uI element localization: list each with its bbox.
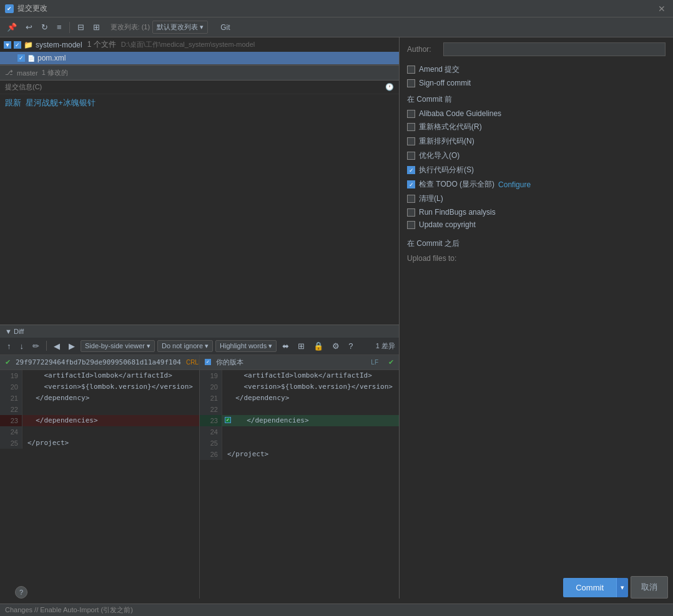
diff-edit-button[interactable]: ✏ [29,340,42,353]
after-commit-title: 在 Commit 之后 [407,238,666,249]
cleanup-checkbox[interactable] [407,195,415,203]
status-text: Changes // Enable Auto-Import (引发之前) [5,605,133,615]
diff-left-pane: ✔ 29f977229464fbd7b29de909950681d11a49f1… [0,355,199,599]
line-num: 19 [0,370,22,381]
check-alibaba: Alibaba Code Guidelines [407,109,666,118]
xml-file-icon: 📄 [27,55,35,62]
check-analyze: 执行代码分析(S) [407,165,666,175]
viewer-dropdown[interactable]: Side-by-side viewer ▾ [81,340,155,352]
line-num: 23 [200,415,222,426]
before-commit-title: 在 Commit 前 [407,94,666,105]
diff-columns-button[interactable]: ⊞ [295,340,308,353]
diff-align-button[interactable]: ⬌ [279,340,292,353]
refresh-button[interactable]: ↻ [38,21,51,34]
tree-file-item[interactable]: ✓ 📄 pom.xml [0,52,399,64]
tree-root: ▼ ✓ 📁 system-model 1 个文件 D:\桌面\工作\medica… [0,37,399,52]
root-file-count: 1 个文件 [87,39,116,50]
highlight-dropdown[interactable]: Highlight words ▾ [215,340,277,352]
line-num: 22 [0,404,22,415]
line-content: <version>${lombok.version}</version> [222,381,398,393]
diff-up-button[interactable]: ↑ [4,340,14,353]
diff-line-added: 23 </dependencies> [200,415,399,426]
right-file-label: 你的版本 [216,358,243,367]
line-num: 23 [0,415,22,426]
diff-label: ▼ Diff [5,328,24,335]
check-optimize: 优化导入(O) [407,150,666,161]
check-findbugs: Run FindBugs analysis [407,208,666,217]
copyright-label: Update copyright [419,220,476,229]
diff-help-button[interactable]: ? [345,340,356,353]
line-num: 24 [200,426,222,438]
close-button[interactable]: ✕ [656,2,668,15]
cancel-button[interactable]: 取消 [631,576,668,599]
optimize-checkbox[interactable] [407,152,415,160]
viewer-dropdown-arrow: ▾ [147,342,150,350]
help-button[interactable]: ? [15,586,27,599]
changelist-dropdown[interactable]: 默认更改列表 ▾ [152,21,208,34]
commit-msg-text[interactable]: 跟新 星河战舰+冰魄银针 [0,94,399,325]
commit-message-area: 提交信息(C) 🕐 跟新 星河战舰+冰魄银针 [0,81,399,325]
commit-dropdown-button[interactable]: ▾ [616,578,628,597]
amend-checkbox[interactable] [407,66,415,74]
diff-lock-button[interactable]: 🔒 [310,340,327,353]
author-input[interactable] [443,42,666,56]
reformat-checkbox[interactable] [407,123,415,131]
highlight-dropdown-arrow: ▾ [268,342,272,350]
diff-prev-button[interactable]: ◀ [51,340,63,353]
line-num: 20 [200,381,222,393]
changelist-dropdown-label: 默认更改列表 [157,22,198,32]
upload-label: Upload files to: [407,252,666,265]
folder-icon: 📁 [24,41,33,49]
rearrange-label: 重新排列代码(N) [419,136,474,147]
copyright-checkbox[interactable] [407,221,415,229]
file-checkbox[interactable]: ✓ [17,54,25,62]
diff-right-file-header: 你的版本 LF ✔ [200,355,399,370]
root-checkbox[interactable]: ▼ [4,41,11,49]
bottom-actions: Commit ▾ 取消 [563,576,668,599]
check-todo: 检查 TODO (显示全部) Configure [407,179,666,190]
ignore-dropdown-label: Do not ignore [162,342,203,350]
alibaba-checkbox[interactable] [407,110,415,118]
commit-btn-group: Commit ▾ [563,578,628,597]
root-select-checkbox[interactable]: ✓ [14,41,21,49]
modified-count: 1 修改的 [42,68,68,77]
status-bar: Changes // Enable Auto-Import (引发之前) [0,604,673,616]
configure-link[interactable]: Configure [498,180,531,189]
diff-count: 1 差异 [376,341,395,351]
history-icon[interactable]: 🕐 [385,83,394,91]
line-content: </project> [22,438,74,449]
commit-button[interactable]: Commit [563,578,616,597]
line-num: 21 [0,393,22,404]
check-cleanup: 清理(L) [407,193,666,204]
branch-name: master [17,69,38,77]
right-status-checkbox [205,359,211,365]
line-content: </dependency> [222,393,294,404]
undo-button[interactable]: ↩ [22,21,36,34]
signoff-checkbox[interactable] [407,79,415,87]
expand-button[interactable]: ⊟ [74,21,87,34]
diff-down-button[interactable]: ↓ [17,340,27,353]
analyze-checkbox[interactable] [407,166,415,174]
diff-line: 21 </dependency> [200,393,399,404]
diff-left-lines: 19 <artifactId>lombok</artifactId> 20 <v… [0,370,199,449]
ignore-dropdown[interactable]: Do not ignore ▾ [157,340,213,352]
git-label: Git [220,23,230,32]
findbugs-label: Run FindBugs analysis [419,208,496,217]
diff-next-button[interactable]: ▶ [66,340,78,353]
line-num: 20 [0,381,22,393]
menu-button[interactable]: ≡ [54,21,65,34]
collapse-button[interactable]: ⊞ [90,21,103,34]
line-num: 26 [200,449,222,460]
todo-checkbox[interactable] [407,180,415,188]
rearrange-checkbox[interactable] [407,137,415,145]
findbugs-checkbox[interactable] [407,208,415,217]
diff-settings-button[interactable]: ⚙ [329,340,343,353]
pin-button[interactable]: 📌 [4,21,20,34]
commit-info-bar: ⎇ master 1 修改的 [0,65,399,81]
diff-line: 24 [0,426,199,438]
left-file-hash: 29f977229464fbd7b29de909950681d11a49f104 [16,358,181,366]
diff-sep-1 [46,341,47,351]
right-status-dot: ✔ [388,358,394,366]
ignore-dropdown-arrow: ▾ [205,342,209,350]
branch-info: ⎇ master 1 修改的 [5,68,68,77]
